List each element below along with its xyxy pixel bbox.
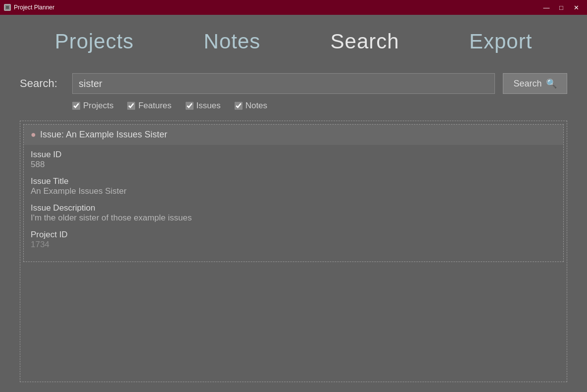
window-controls: — □ ✕ bbox=[539, 2, 583, 13]
search-button[interactable]: Search 🔍 bbox=[503, 73, 567, 94]
result-header-text: Issue: An Example Issues Sister bbox=[40, 130, 167, 140]
result-body: Issue ID 588 Issue Title An Example Issu… bbox=[24, 145, 563, 261]
checkboxes-row: Projects Features Issues Notes bbox=[20, 101, 567, 111]
filter-issues-label: Issues bbox=[196, 101, 221, 111]
result-bullet: ● bbox=[31, 130, 36, 140]
field-label-issue-description: Issue Description bbox=[31, 203, 556, 213]
nav-header: Projects Notes Search Export bbox=[0, 15, 587, 63]
field-label-issue-title: Issue Title bbox=[31, 176, 556, 186]
field-value-issue-title: An Example Issues Sister bbox=[31, 186, 556, 196]
close-button[interactable]: ✕ bbox=[569, 2, 583, 13]
nav-item-search[interactable]: Search bbox=[331, 30, 399, 53]
results-area: ● Issue: An Example Issues Sister Issue … bbox=[20, 121, 567, 382]
field-value-issue-id: 588 bbox=[31, 160, 556, 170]
filter-notes-label: Notes bbox=[245, 101, 267, 111]
maximize-button[interactable]: □ bbox=[554, 2, 568, 13]
filter-issues-checkbox[interactable] bbox=[186, 102, 194, 110]
field-label-issue-id: Issue ID bbox=[31, 150, 556, 160]
filter-features[interactable]: Features bbox=[127, 101, 171, 111]
filter-features-checkbox[interactable] bbox=[127, 102, 135, 110]
filter-issues[interactable]: Issues bbox=[186, 101, 221, 111]
app-icon bbox=[4, 4, 11, 11]
search-input[interactable] bbox=[72, 73, 495, 94]
field-label-project-id: Project ID bbox=[31, 230, 556, 240]
field-value-issue-description: I'm the older sister of those example is… bbox=[31, 213, 556, 223]
field-issue-description: Issue Description I'm the older sister o… bbox=[31, 203, 556, 223]
search-icon: 🔍 bbox=[546, 78, 557, 89]
nav-item-projects[interactable]: Projects bbox=[55, 30, 134, 53]
search-label: Search: bbox=[20, 77, 64, 90]
nav-item-notes[interactable]: Notes bbox=[204, 30, 261, 53]
result-header[interactable]: ● Issue: An Example Issues Sister bbox=[24, 125, 563, 145]
results-list[interactable]: ● Issue: An Example Issues Sister Issue … bbox=[20, 121, 567, 382]
title-bar: Project Planner — □ ✕ bbox=[0, 0, 587, 15]
filter-notes-checkbox[interactable] bbox=[235, 102, 243, 110]
title-bar-left: Project Planner bbox=[4, 4, 54, 11]
filter-projects-checkbox[interactable] bbox=[72, 102, 80, 110]
minimize-button[interactable]: — bbox=[539, 2, 553, 13]
search-row: Search: Search 🔍 bbox=[20, 73, 567, 94]
search-area: Search: Search 🔍 Projects Features Issue… bbox=[0, 63, 587, 116]
filter-projects-label: Projects bbox=[83, 101, 113, 111]
search-button-label: Search bbox=[513, 79, 541, 89]
field-project-id: Project ID 1734 bbox=[31, 230, 556, 250]
nav-item-export[interactable]: Export bbox=[469, 30, 532, 53]
field-value-project-id: 1734 bbox=[31, 240, 556, 250]
filter-notes[interactable]: Notes bbox=[235, 101, 267, 111]
field-issue-id: Issue ID 588 bbox=[31, 150, 556, 170]
filter-projects[interactable]: Projects bbox=[72, 101, 113, 111]
filter-features-label: Features bbox=[138, 101, 171, 111]
app-title: Project Planner bbox=[14, 4, 54, 11]
field-issue-title: Issue Title An Example Issues Sister bbox=[31, 176, 556, 196]
result-item: ● Issue: An Example Issues Sister Issue … bbox=[23, 124, 564, 262]
svg-rect-1 bbox=[6, 6, 9, 9]
main-content: Projects Notes Search Export Search: Sea… bbox=[0, 15, 587, 392]
